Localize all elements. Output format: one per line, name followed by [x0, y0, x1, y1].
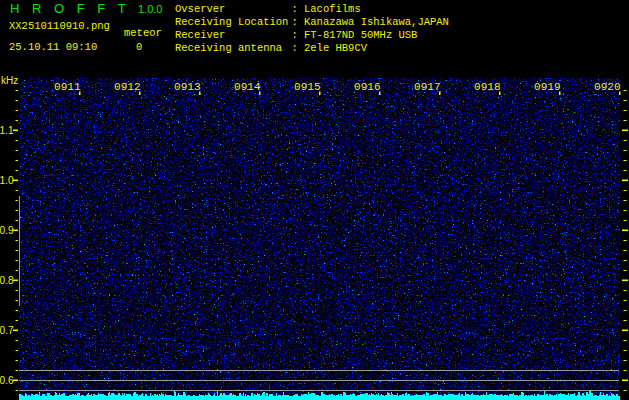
svg-text:kHz: kHz [1, 75, 18, 86]
svg-text:0912: 0912 [114, 81, 140, 93]
svg-text:1.0: 1.0 [0, 175, 14, 186]
svg-text:1.1: 1.1 [0, 125, 14, 136]
svg-text:0916: 0916 [354, 81, 380, 93]
svg-text:0.8: 0.8 [0, 275, 14, 286]
svg-text:0915: 0915 [294, 81, 320, 93]
svg-text:0.7: 0.7 [0, 325, 14, 336]
svg-text:0911: 0911 [54, 81, 81, 93]
svg-text:0913: 0913 [174, 81, 200, 93]
svg-text:0.6: 0.6 [0, 375, 14, 386]
svg-text:0917: 0917 [414, 81, 440, 93]
svg-text:0918: 0918 [474, 81, 500, 93]
svg-text:0920: 0920 [594, 81, 620, 93]
svg-text:0914: 0914 [234, 81, 261, 93]
svg-text:0.9: 0.9 [0, 225, 14, 236]
svg-text:0919: 0919 [534, 81, 560, 93]
